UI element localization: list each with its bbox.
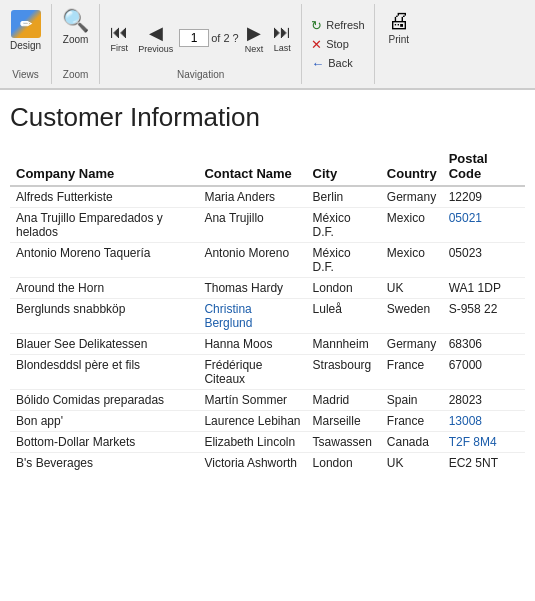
print-icon: 🖨 [388,10,410,32]
refresh-label: Refresh [326,19,365,31]
table-row: Alfreds FutterkisteMaria AndersBerlinGer… [10,186,525,208]
cell-company: Antonio Moreno Taquería [10,243,198,278]
cell-contact: Antonio Moreno [198,243,306,278]
cell-city: Berlin [307,186,381,208]
zoom-button[interactable]: 🔍 Zoom [58,8,93,47]
cell-city: Madrid [307,390,381,411]
cell-contact: Victoria Ashworth [198,453,306,474]
cell-postal: 05021 [443,208,525,243]
report-title: Customer Information [10,102,525,133]
cell-city: Luleå [307,299,381,334]
first-label: First [110,43,128,53]
refresh-button[interactable]: ↻ Refresh [308,17,368,34]
cell-city: México D.F. [307,208,381,243]
previous-icon: ◀ [149,22,163,44]
table-row: Bon app'Laurence LebihanMarseilleFrance1… [10,411,525,432]
col-country: Country [381,147,443,186]
cell-country: Sweden [381,299,443,334]
zoom-group-label: Zoom [63,67,89,80]
toolbar-group-zoom: 🔍 Zoom Zoom [52,4,100,84]
cell-city: London [307,453,381,474]
last-icon: ⏭ [273,22,291,43]
toolbar: ✏ Design Views 🔍 Zoom Zoom ⏮ First ◀ Pre… [0,0,535,90]
first-button[interactable]: ⏮ First [106,20,132,55]
cell-company: Alfreds Futterkiste [10,186,198,208]
stop-label: Stop [326,38,349,50]
cell-country: Spain [381,390,443,411]
stop-icon: ✕ [311,37,322,52]
col-city: City [307,147,381,186]
cell-country: France [381,355,443,390]
back-button[interactable]: ← Back [308,55,368,72]
table-row: Bottom-Dollar MarketsElizabeth LincolnTs… [10,432,525,453]
cell-city: Mannheim [307,334,381,355]
page-number-input[interactable]: 1 [179,29,209,47]
zoom-label: Zoom [63,34,89,45]
nav-controls: ⏮ First ◀ Previous 1 of 2 ? ▶ Next ⏭ Las… [106,8,295,67]
back-icon: ← [311,56,324,71]
cell-company: Bottom-Dollar Markets [10,432,198,453]
cell-country: Mexico [381,208,443,243]
last-label: Last [274,43,291,53]
cell-city: Tsawassen [307,432,381,453]
cell-contact: Laurence Lebihan [198,411,306,432]
refresh-icon: ↻ [311,18,322,33]
cell-postal: T2F 8M4 [443,432,525,453]
next-icon: ▶ [247,22,261,44]
cell-company: Bólido Comidas preparadas [10,390,198,411]
next-button[interactable]: ▶ Next [241,20,268,56]
col-contact-name: Contact Name [198,147,306,186]
customer-table: Company Name Contact Name City Country P… [10,147,525,473]
cell-company: Bon app' [10,411,198,432]
last-button[interactable]: ⏭ Last [269,20,295,55]
cell-contact: Hanna Moos [198,334,306,355]
previous-button[interactable]: ◀ Previous [134,20,177,56]
stop-button[interactable]: ✕ Stop [308,36,368,53]
cell-country: Germany [381,186,443,208]
cell-postal: 68306 [443,334,525,355]
table-row: Blauer See DelikatessenHanna MoosMannhei… [10,334,525,355]
cell-city: Strasbourg [307,355,381,390]
cell-company: Blondesddsl père et fils [10,355,198,390]
print-label: Print [388,34,409,45]
table-row: Antonio Moreno TaqueríaAntonio MorenoMéx… [10,243,525,278]
design-label: Design [10,40,41,51]
print-button[interactable]: 🖨 Print [384,8,414,47]
cell-contact: Maria Anders [198,186,306,208]
cell-company: B's Beverages [10,453,198,474]
cell-contact: Ana Trujillo [198,208,306,243]
toolbar-group-print: 🖨 Print [375,4,423,84]
cell-postal: 05023 [443,243,525,278]
cell-contact: Frédérique Citeaux [198,355,306,390]
cell-company: Around the Horn [10,278,198,299]
cell-contact: Christina Berglund [198,299,306,334]
design-button[interactable]: ✏ Design [6,8,45,53]
cell-postal: WA1 1DP [443,278,525,299]
first-icon: ⏮ [110,22,128,43]
cell-city: London [307,278,381,299]
navigation-group-label: Navigation [106,67,295,80]
table-row: Berglunds snabbköpChristina BerglundLule… [10,299,525,334]
col-company-name: Company Name [10,147,198,186]
table-row: Around the HornThomas HardyLondonUKWA1 1… [10,278,525,299]
table-row: Blondesddsl père et filsFrédérique Citea… [10,355,525,390]
table-row: B's BeveragesVictoria AshworthLondonUKEC… [10,453,525,474]
cell-company: Blauer See Delikatessen [10,334,198,355]
cell-company: Berglunds snabbköp [10,299,198,334]
cell-postal: S-958 22 [443,299,525,334]
toolbar-group-refresh: ↻ Refresh ✕ Stop ← Back [302,4,375,84]
report-area: Customer Information Company Name Contac… [0,90,535,485]
cell-company: Ana Trujillo Emparedados y helados [10,208,198,243]
cell-city: México D.F. [307,243,381,278]
design-icon: ✏ [11,10,41,38]
page-of-text: of 2 ? [211,32,239,44]
cell-postal: 67000 [443,355,525,390]
views-group-label: Views [12,67,39,80]
cell-contact: Elizabeth Lincoln [198,432,306,453]
cell-contact: Martín Sommer [198,390,306,411]
previous-label: Previous [138,44,173,54]
cell-country: Germany [381,334,443,355]
cell-postal: 13008 [443,411,525,432]
zoom-icon: 🔍 [62,10,89,32]
toolbar-group-navigation: ⏮ First ◀ Previous 1 of 2 ? ▶ Next ⏭ Las… [100,4,302,84]
